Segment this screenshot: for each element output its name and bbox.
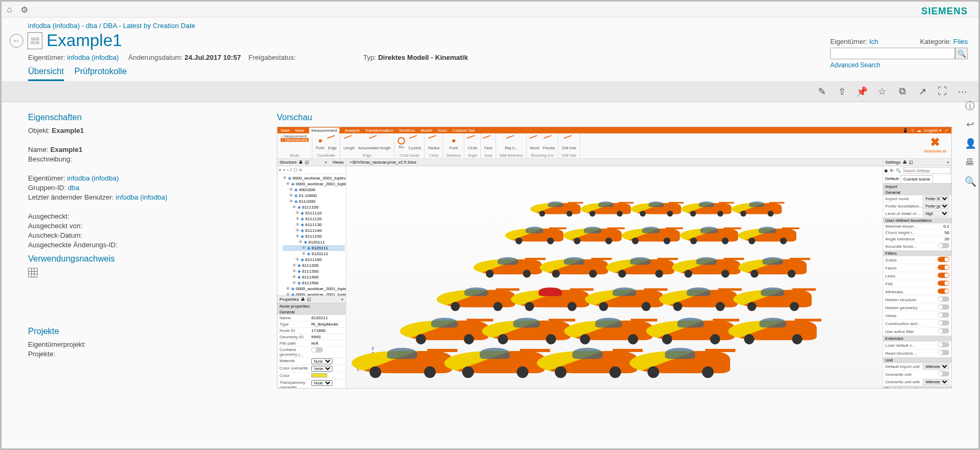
tree-node[interactable]: 👁 ◆ 8120111 [283,239,345,245]
car-model[interactable] [631,201,681,217]
deactivate-all-button[interactable]: ✖Deactivate all [919,133,951,158]
structure-popup-icon[interactable]: ◱ [305,160,309,165]
toggle[interactable] [938,273,949,278]
props-print-icon[interactable]: 🖶 [301,297,305,302]
settings-row[interactable]: PMI [883,280,951,288]
prop-row-color[interactable]: Color [277,373,346,380]
toggle[interactable] [938,350,949,355]
prop-owner[interactable]: infodba (infodba) [67,174,119,182]
tool-point[interactable]: Point [449,136,458,150]
toggle[interactable] [938,289,949,294]
toggle[interactable] [938,312,949,318]
car-model[interactable] [473,256,542,278]
settings-select[interactable]: High [923,211,949,217]
cloud-icon[interactable]: ☁ [917,128,921,133]
more-icon[interactable]: ⋯ [957,86,968,97]
tool-arc[interactable]: Arc [398,137,405,149]
settings-select[interactable]: Millimeter [923,379,949,385]
ribbon-tab-analyze[interactable]: Analyze [345,128,359,133]
car-model[interactable] [437,286,515,311]
car-model[interactable] [738,256,806,278]
settings-search-icon[interactable]: 🔍 [896,168,901,173]
colorov-select[interactable]: Vertex [311,366,332,372]
tree-tool-1[interactable]: ≡ [278,167,281,173]
settings-row[interactable]: Faces [883,264,951,272]
tree-node[interactable]: 👁 ◆ 8120111 [283,245,345,251]
oc-owner[interactable]: Ich [869,38,878,46]
settings-row[interactable]: Import modePrefer 3D [883,195,951,203]
ribbon-tab-custom tab[interactable]: Custom Tab [453,128,475,133]
prop-row-transov[interactable]: Transparency overwriteNode [277,380,346,388]
settings-tab-default[interactable]: Default [883,175,901,183]
ribbon-tab-start[interactable]: Start [281,128,290,133]
tree-tool-4[interactable]: / [290,167,292,173]
car-model[interactable] [680,226,738,245]
settings-row[interactable]: Default import unitMillimeter [883,363,951,371]
settings-section[interactable]: Filters [883,250,951,256]
tree-node[interactable]: 👁 ◆ 8111400 [283,274,345,280]
tool-precise[interactable]: Precise [543,136,555,150]
copy-icon[interactable]: ⧉ [897,86,907,97]
transov-select[interactable]: Node [311,380,332,386]
toggle[interactable] [938,257,949,262]
ribbon-tab-model[interactable]: Model [420,128,432,133]
props-close-icon[interactable]: × [341,297,344,302]
device-icon[interactable]: 📱 [903,128,908,133]
toggle[interactable] [938,320,949,326]
car-model[interactable] [563,226,622,245]
settings-section[interactable]: General [883,190,951,195]
settings-section[interactable]: Import [883,184,951,190]
settings-section[interactable]: Unit [883,357,951,363]
car-model[interactable] [733,286,812,311]
settings-row[interactable]: Prefer tessellation...Prefer geometry (B… [883,203,951,210]
ribbon-tab-techdoc[interactable]: TechDoc [399,128,415,133]
material-select[interactable]: None [311,358,332,364]
car-model[interactable] [606,256,674,278]
share-icon[interactable]: ⇧ [837,86,847,97]
settings-tab-current[interactable]: Current scene [901,175,932,183]
tool-point[interactable]: Point [316,136,325,150]
settings-row[interactable]: Lines [883,272,951,280]
tool-face[interactable]: Face [484,136,492,150]
tree-node[interactable]: 👁 ◆ 0000_worldcar_2001_toplevel [283,181,345,187]
tree-node[interactable]: 👁 ◆ 8120112 [283,251,345,257]
tree-node[interactable]: 👁 ◆ 8111120 [283,216,345,222]
car-model[interactable] [444,346,545,378]
car-model[interactable] [732,201,782,217]
prop-row-colorov[interactable]: Color overwriteVertex [277,365,346,373]
pin-icon[interactable]: 📌 [857,86,867,97]
toggle[interactable] [938,371,949,376]
car-model[interactable] [531,201,581,217]
settings-section[interactable]: Physical properties [883,386,951,388]
settings-print-icon[interactable]: 🖶 [903,160,907,165]
mode-dimensioning[interactable]: ○ Dimensioning [281,138,309,142]
tool-length[interactable]: Length [344,136,355,150]
car-model[interactable] [585,286,663,311]
toggle[interactable] [938,304,949,310]
settings-select[interactable]: Prefer 3D [923,196,949,202]
tree-tool-5[interactable]: ⬡ [293,167,298,173]
settings-row[interactable]: Overwrite unit withMillimeter [883,379,951,386]
car-model[interactable] [511,286,589,311]
settings-row[interactable]: Solids [883,256,951,264]
toggle[interactable] [938,328,949,334]
search-input[interactable] [830,48,955,59]
tool-radius[interactable]: Radius [428,136,439,150]
car-model[interactable] [630,346,730,378]
settings-tool-1[interactable]: ◉ [884,168,888,173]
help-icon[interactable]: ? [911,128,913,133]
settings-section[interactable]: Extended [883,336,951,341]
ribbon-tab-tools[interactable]: Tools [437,128,447,133]
car-model[interactable] [738,226,796,245]
tree-node[interactable]: 👁 ◆ 8111150 [283,233,345,239]
tool-accumulated-length[interactable]: Accumulated length [358,136,390,150]
tool-circle[interactable]: Circle [467,136,477,150]
tree-tool-2[interactable]: « [283,167,285,173]
search-button[interactable]: 🔍 [955,48,968,59]
car-model[interactable] [564,317,652,345]
car-model[interactable] [581,201,631,217]
tree-node[interactable]: 👁 ◆ 0000_worldcar_2001_toplevel [283,286,345,292]
views-label[interactable]: Views [332,160,344,165]
tool-world[interactable]: World [530,136,540,150]
car-model[interactable] [482,317,570,345]
